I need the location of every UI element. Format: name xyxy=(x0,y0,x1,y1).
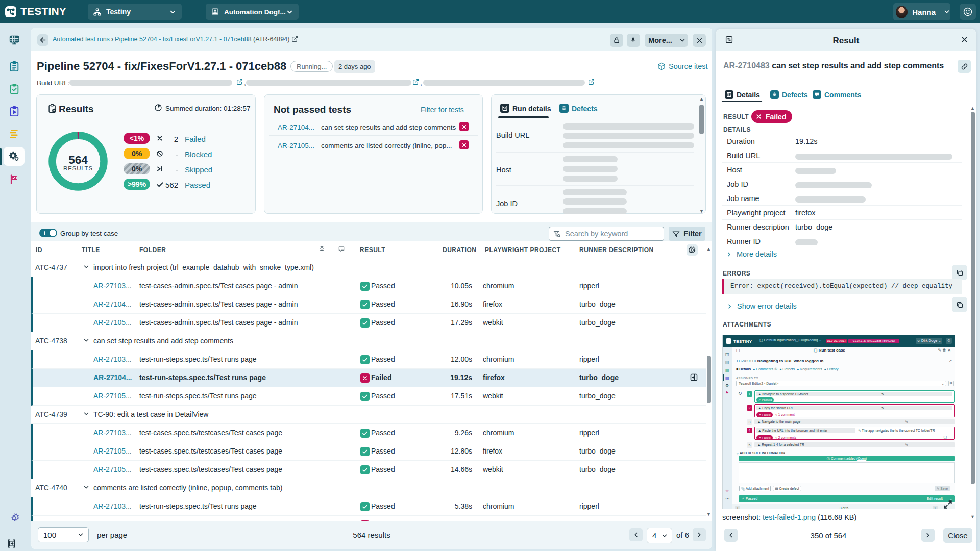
svg-text:564: 564 xyxy=(68,154,88,166)
svg-text:RESULTS: RESULTS xyxy=(63,165,93,171)
